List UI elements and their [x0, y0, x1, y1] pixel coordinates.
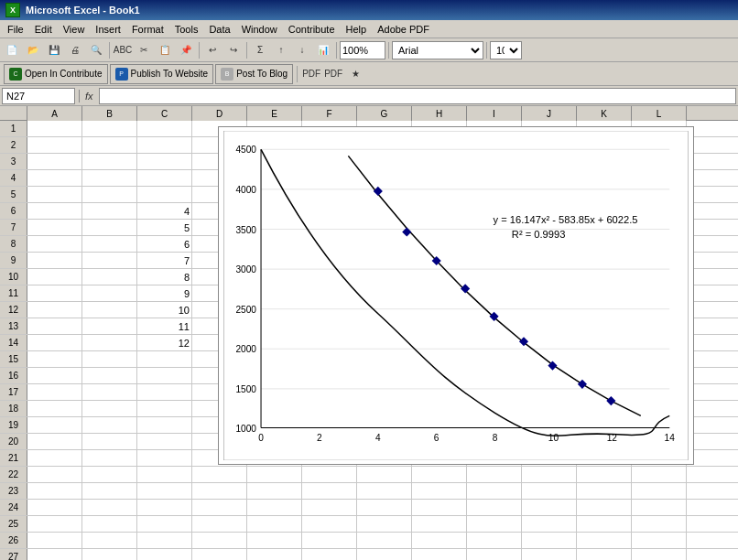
col-header-i[interactable]: I: [467, 106, 522, 121]
cell[interactable]: [82, 253, 137, 268]
chart-button[interactable]: 📊: [313, 40, 333, 60]
cell[interactable]: [137, 549, 192, 560]
cell[interactable]: [412, 533, 467, 548]
cell[interactable]: [632, 549, 687, 560]
cell[interactable]: [412, 516, 467, 532]
cell[interactable]: [137, 121, 192, 136]
cell[interactable]: [302, 516, 357, 532]
sort-desc-button[interactable]: ↓: [292, 40, 312, 60]
cell[interactable]: [82, 121, 137, 136]
font-select[interactable]: Arial: [392, 41, 483, 59]
post-to-blog-button[interactable]: B Post To Blog: [215, 64, 293, 84]
cell[interactable]: [27, 335, 82, 350]
cell[interactable]: [632, 467, 687, 482]
formula-input[interactable]: [99, 88, 736, 104]
cell[interactable]: [82, 137, 137, 153]
cell[interactable]: [82, 220, 137, 235]
sort-asc-button[interactable]: ↑: [271, 40, 291, 60]
open-in-contribute-button[interactable]: C Open In Contribute: [4, 64, 108, 84]
cell[interactable]: [192, 483, 247, 499]
cell[interactable]: [247, 467, 302, 482]
cell[interactable]: [192, 516, 247, 532]
cell[interactable]: [82, 269, 137, 285]
cell[interactable]: [522, 483, 577, 499]
col-header-c[interactable]: C: [137, 106, 192, 121]
cell[interactable]: 10: [137, 302, 192, 318]
cell[interactable]: [577, 467, 632, 482]
cell[interactable]: [27, 401, 82, 416]
cell[interactable]: [357, 467, 412, 482]
cell[interactable]: [522, 549, 577, 560]
cell[interactable]: [27, 450, 82, 466]
cell[interactable]: [137, 516, 192, 532]
cell[interactable]: [82, 351, 137, 367]
cell[interactable]: [577, 516, 632, 532]
cell[interactable]: [247, 483, 302, 499]
cell[interactable]: [137, 401, 192, 416]
cell[interactable]: [82, 467, 137, 482]
cell[interactable]: [192, 500, 247, 515]
cell[interactable]: [27, 170, 82, 186]
spell-check-button[interactable]: ABC: [113, 40, 133, 60]
cell[interactable]: 6: [137, 236, 192, 252]
cell[interactable]: [27, 154, 82, 169]
cell[interactable]: [27, 368, 82, 383]
cell[interactable]: [247, 500, 302, 515]
cell[interactable]: [82, 154, 137, 169]
cell[interactable]: [82, 483, 137, 499]
cell[interactable]: [632, 516, 687, 532]
cell[interactable]: [82, 516, 137, 532]
cell[interactable]: [82, 368, 137, 383]
cell[interactable]: [27, 203, 82, 219]
cell[interactable]: [82, 318, 137, 334]
cell[interactable]: [27, 434, 82, 449]
cell[interactable]: [27, 467, 82, 482]
cell[interactable]: [357, 500, 412, 515]
cell[interactable]: [522, 533, 577, 548]
col-header-b[interactable]: B: [82, 106, 137, 121]
cell[interactable]: [192, 549, 247, 560]
cell[interactable]: 4: [137, 203, 192, 219]
cell[interactable]: [357, 483, 412, 499]
cell[interactable]: [82, 500, 137, 515]
cell[interactable]: [82, 434, 137, 449]
cell[interactable]: [27, 351, 82, 367]
cell[interactable]: [137, 170, 192, 186]
cell[interactable]: [27, 417, 82, 433]
cell[interactable]: [357, 549, 412, 560]
cell[interactable]: [27, 236, 82, 252]
autosum-button[interactable]: Σ: [250, 40, 270, 60]
cell[interactable]: [82, 533, 137, 548]
cell[interactable]: [82, 236, 137, 252]
cell[interactable]: [247, 533, 302, 548]
cell[interactable]: [137, 500, 192, 515]
pdf2-button[interactable]: PDF: [323, 64, 343, 84]
cell[interactable]: 11: [137, 318, 192, 334]
paste-button[interactable]: 📌: [176, 40, 196, 60]
cell[interactable]: [412, 500, 467, 515]
cell[interactable]: [82, 549, 137, 560]
cell[interactable]: [577, 483, 632, 499]
print-button[interactable]: 🖨: [65, 40, 85, 60]
menu-format[interactable]: Format: [126, 22, 169, 37]
print-preview-button[interactable]: 🔍: [86, 40, 106, 60]
menu-contribute[interactable]: Contribute: [283, 22, 341, 37]
cell[interactable]: [27, 253, 82, 268]
menu-view[interactable]: View: [58, 22, 91, 37]
cell[interactable]: [27, 302, 82, 318]
cell[interactable]: [247, 549, 302, 560]
cell[interactable]: [357, 533, 412, 548]
cell[interactable]: [82, 401, 137, 416]
contrib-extra-button[interactable]: ★: [345, 64, 365, 84]
col-header-h[interactable]: H: [412, 106, 467, 121]
col-header-f[interactable]: F: [302, 106, 357, 121]
cell[interactable]: [522, 516, 577, 532]
cell[interactable]: [82, 285, 137, 301]
cell[interactable]: [467, 549, 522, 560]
cell[interactable]: [577, 500, 632, 515]
cell[interactable]: 9: [137, 285, 192, 301]
cell[interactable]: [302, 467, 357, 482]
cell[interactable]: [137, 467, 192, 482]
cell[interactable]: [302, 533, 357, 548]
cell[interactable]: [192, 533, 247, 548]
